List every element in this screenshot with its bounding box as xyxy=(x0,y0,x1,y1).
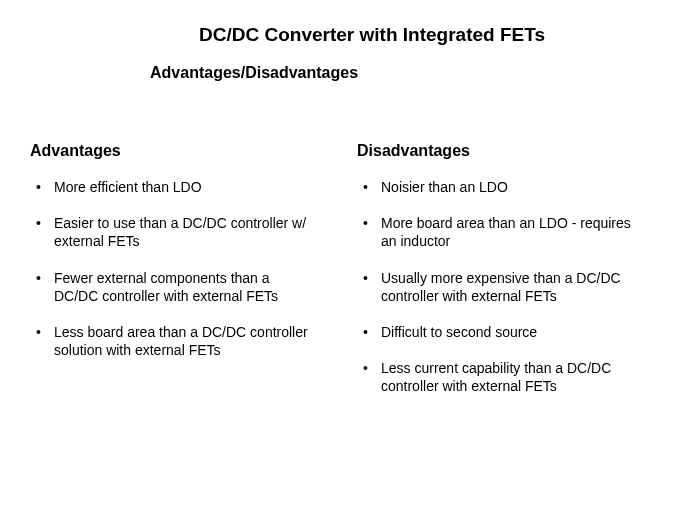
list-item: Usually more expensive than a DC/DC cont… xyxy=(357,269,644,305)
list-item: Easier to use than a DC/DC controller w/… xyxy=(30,214,317,250)
list-item: Noisier than an LDO xyxy=(357,178,644,196)
list-item: More board area than an LDO - requires a… xyxy=(357,214,644,250)
list-item: Difficult to second source xyxy=(357,323,644,341)
disadvantages-heading: Disadvantages xyxy=(357,142,644,160)
list-item: Less current capability than a DC/DC con… xyxy=(357,359,644,395)
list-item: Fewer external components than a DC/DC c… xyxy=(30,269,317,305)
slide-title: DC/DC Converter with Integrated FETs xyxy=(30,24,644,46)
list-item: Less board area than a DC/DC controller … xyxy=(30,323,317,359)
advantages-heading: Advantages xyxy=(30,142,317,160)
advantages-list: More efficient than LDO Easier to use th… xyxy=(30,178,317,359)
disadvantages-column: Disadvantages Noisier than an LDO More b… xyxy=(357,142,644,414)
advantages-column: Advantages More efficient than LDO Easie… xyxy=(30,142,317,414)
slide-subtitle: Advantages/Disadvantages xyxy=(30,64,644,82)
list-item: More efficient than LDO xyxy=(30,178,317,196)
columns-container: Advantages More efficient than LDO Easie… xyxy=(30,142,644,414)
disadvantages-list: Noisier than an LDO More board area than… xyxy=(357,178,644,396)
